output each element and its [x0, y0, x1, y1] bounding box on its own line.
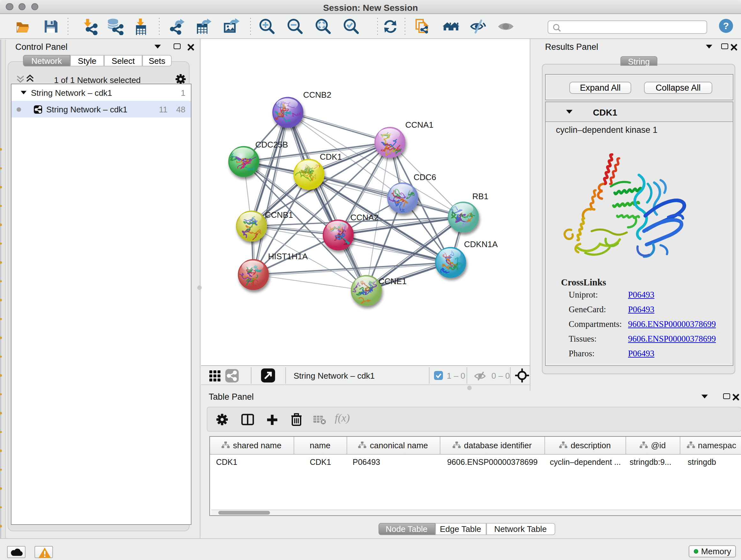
- svg-text:CCNA2: CCNA2: [350, 212, 379, 222]
- svg-text:CDKN1A: CDKN1A: [464, 240, 498, 249]
- svg-text:?: ?: [723, 20, 729, 31]
- svg-text:CCNB2: CCNB2: [303, 90, 331, 100]
- svg-text:RB1: RB1: [472, 192, 488, 201]
- svg-text:CDC6: CDC6: [414, 172, 436, 182]
- svg-text:HIST1H1A: HIST1H1A: [268, 252, 308, 261]
- svg-text:CDK1: CDK1: [320, 152, 342, 162]
- svg-text:CCNA1: CCNA1: [405, 120, 433, 130]
- svg-text:CCNE1: CCNE1: [379, 276, 407, 286]
- svg-text:CCNB1: CCNB1: [265, 210, 293, 220]
- svg-text:CDC25B: CDC25B: [255, 140, 288, 149]
